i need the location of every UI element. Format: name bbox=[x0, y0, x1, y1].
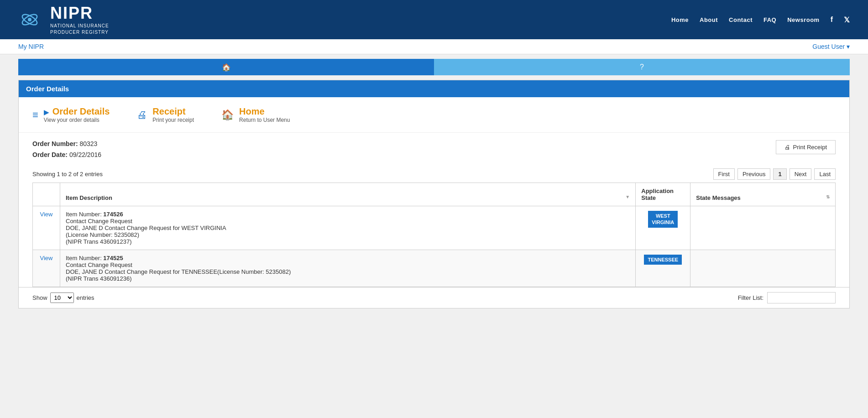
showing-text: Showing 1 to 2 of 2 entries bbox=[32, 171, 711, 178]
show-entries: Show 10 25 50 100 entries bbox=[32, 293, 94, 303]
nav-home-text: Home Return to User Menu bbox=[239, 106, 290, 123]
order-details-sub: View your order details bbox=[44, 117, 110, 123]
last-page-button[interactable]: Last bbox=[814, 168, 836, 180]
nav-order-details-text: ▶ Order Details View your order details bbox=[44, 106, 110, 123]
row1-view-link[interactable]: View bbox=[40, 211, 53, 218]
nav-links-area: ≡ ▶ Order Details View your order detail… bbox=[19, 97, 849, 133]
show-label: Show bbox=[32, 294, 47, 301]
user-dropdown[interactable]: Guest User ▾ bbox=[812, 43, 850, 50]
logo-subtitle1: NATIONAL INSURANCE bbox=[50, 23, 109, 29]
receipt-sub: Print your receipt bbox=[152, 117, 194, 123]
filter-input[interactable] bbox=[767, 292, 836, 303]
print-receipt-button[interactable]: 🖨 Print Receipt bbox=[776, 140, 836, 154]
home-label: Home bbox=[239, 106, 290, 117]
sort-description-icon: ▼ bbox=[625, 194, 630, 199]
table-row: View Item Number: 174525 Contact Change … bbox=[33, 250, 836, 287]
nav-home-link[interactable]: 🏠 Home Return to User Menu bbox=[221, 106, 290, 123]
row1-action-cell: View bbox=[33, 206, 60, 250]
section-title: Order Details bbox=[19, 80, 849, 97]
nav-home[interactable]: Home bbox=[671, 16, 689, 23]
col-header-state: Application State bbox=[636, 183, 690, 206]
twitter-icon[interactable]: 𝕏 bbox=[844, 16, 850, 24]
logo-icon bbox=[18, 6, 46, 33]
order-number-label: Order Number: bbox=[32, 140, 78, 147]
pagination-top: Showing 1 to 2 of 2 entries First Previo… bbox=[19, 166, 849, 183]
nav-faq[interactable]: FAQ bbox=[763, 16, 776, 23]
previous-page-button[interactable]: Previous bbox=[737, 168, 771, 180]
entries-select[interactable]: 10 25 50 100 bbox=[50, 293, 74, 303]
main-container: Order Details ≡ ▶ Order Details View you… bbox=[18, 80, 850, 308]
printer-icon: 🖨 bbox=[137, 109, 147, 121]
logo-area: NIPR NATIONAL INSURANCE PRODUCER REGISTR… bbox=[18, 4, 109, 36]
arrow-icon: ▶ bbox=[44, 109, 49, 116]
home-icon: 🏠 bbox=[221, 109, 234, 121]
sort-messages-icon: ⇅ bbox=[826, 194, 830, 199]
row2-state-badge: TENNESSEE bbox=[644, 255, 682, 265]
table-wrapper: Item Description ▼ Application State Sta… bbox=[19, 183, 849, 287]
sub-header: My NIPR Guest User ▾ bbox=[0, 39, 868, 54]
progress-bar: 🏠 ? bbox=[18, 59, 850, 75]
row1-messages-cell bbox=[690, 206, 836, 250]
home-sub: Return to User Menu bbox=[239, 117, 290, 123]
row1-description-text: Contact Change Request DOE, JANE D Conta… bbox=[66, 218, 226, 245]
logo-text: NIPR NATIONAL INSURANCE PRODUCER REGISTR… bbox=[50, 4, 109, 36]
print-btn-area: 🖨 Print Receipt bbox=[776, 140, 836, 154]
nav-about[interactable]: About bbox=[700, 16, 718, 23]
order-details-label: Order Details bbox=[52, 106, 110, 116]
progress-step-home[interactable]: 🏠 bbox=[18, 59, 434, 75]
first-page-button[interactable]: First bbox=[713, 168, 735, 180]
my-nipr-link[interactable]: My NIPR bbox=[18, 43, 44, 50]
order-number-row: Order Number: 80323 bbox=[32, 140, 101, 147]
table-row: View Item Number: 174526 Contact Change … bbox=[33, 206, 836, 250]
receipt-label: Receipt bbox=[152, 106, 194, 117]
top-nav: Home About Contact FAQ Newsroom f 𝕏 bbox=[671, 16, 850, 24]
order-info: Order Number: 80323 Order Date: 09/22/20… bbox=[32, 140, 101, 162]
print-btn-label: Print Receipt bbox=[793, 144, 827, 151]
row2-description-cell: Item Number: 174525 Contact Change Reque… bbox=[60, 250, 636, 287]
user-label: Guest User bbox=[812, 43, 845, 50]
nav-receipt-text: Receipt Print your receipt bbox=[152, 106, 194, 123]
row1-state-cell: WESTVIRGINIA bbox=[636, 206, 690, 250]
col-header-action bbox=[33, 183, 60, 206]
progress-step-help[interactable]: ? bbox=[434, 59, 850, 75]
current-page-button[interactable]: 1 bbox=[773, 168, 786, 180]
filter-area: Filter List: bbox=[738, 292, 836, 303]
orders-table: Item Description ▼ Application State Sta… bbox=[32, 183, 836, 287]
row2-state-cell: TENNESSEE bbox=[636, 250, 690, 287]
row2-description-text: Contact Change Request DOE, JANE D Conta… bbox=[66, 261, 291, 282]
row2-messages-cell bbox=[690, 250, 836, 287]
next-page-button[interactable]: Next bbox=[790, 168, 812, 180]
row2-item-number: 174525 bbox=[103, 255, 123, 261]
nav-order-details[interactable]: ≡ ▶ Order Details View your order detail… bbox=[32, 106, 110, 123]
row2-view-link[interactable]: View bbox=[40, 255, 53, 261]
logo-subtitle2: PRODUCER REGISTRY bbox=[50, 29, 109, 36]
order-date-label: Order Date: bbox=[32, 151, 68, 158]
row1-state-badge: WESTVIRGINIA bbox=[648, 211, 678, 228]
entries-label: entries bbox=[77, 294, 94, 301]
row1-item-number: 174526 bbox=[103, 211, 123, 218]
nav-newsroom[interactable]: Newsroom bbox=[787, 16, 819, 23]
row2-item-prefix: Item Number: bbox=[66, 255, 103, 261]
order-date-value: 09/22/2016 bbox=[69, 151, 101, 158]
row2-action-cell: View bbox=[33, 250, 60, 287]
list-icon: ≡ bbox=[32, 109, 38, 121]
chevron-down-icon: ▾ bbox=[847, 43, 850, 50]
row1-description-cell: Item Number: 174526 Contact Change Reque… bbox=[60, 206, 636, 250]
facebook-icon[interactable]: f bbox=[831, 16, 833, 24]
top-header: NIPR NATIONAL INSURANCE PRODUCER REGISTR… bbox=[0, 0, 868, 39]
order-number-value: 80323 bbox=[79, 140, 97, 147]
logo-title: NIPR bbox=[50, 4, 109, 23]
filter-label: Filter List: bbox=[738, 294, 763, 301]
svg-point-2 bbox=[28, 18, 31, 21]
nav-order-details-main: ▶ Order Details bbox=[44, 106, 110, 117]
row1-item-prefix: Item Number: bbox=[66, 211, 103, 218]
nav-contact[interactable]: Contact bbox=[729, 16, 753, 23]
col-header-description[interactable]: Item Description ▼ bbox=[60, 183, 636, 206]
order-date-row: Order Date: 09/22/2016 bbox=[32, 151, 101, 158]
table-footer: Show 10 25 50 100 entries Filter List: bbox=[19, 287, 849, 308]
nav-receipt[interactable]: 🖨 Receipt Print your receipt bbox=[137, 106, 194, 123]
printer-btn-icon: 🖨 bbox=[784, 144, 790, 151]
col-header-messages: State Messages ⇅ bbox=[690, 183, 836, 206]
